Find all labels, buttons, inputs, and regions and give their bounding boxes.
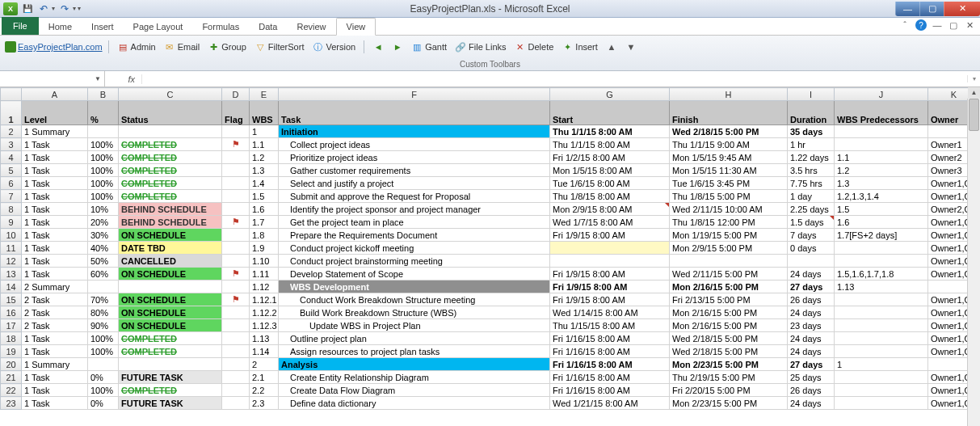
- help-icon[interactable]: ?: [915, 19, 927, 31]
- cell[interactable]: 1.7: [250, 216, 279, 229]
- cell[interactable]: 1.8: [250, 229, 279, 242]
- cell[interactable]: Define data dictionary: [279, 397, 550, 410]
- cell[interactable]: 10%: [88, 203, 119, 216]
- cell[interactable]: 20%: [88, 216, 119, 229]
- flag-cell[interactable]: [222, 280, 250, 293]
- cell[interactable]: 26 days: [788, 384, 835, 397]
- cell[interactable]: [835, 319, 928, 332]
- cell[interactable]: 1 hr: [788, 138, 835, 151]
- cell[interactable]: Fri 1/16/15 8:00 AM: [550, 358, 670, 371]
- cell[interactable]: Select and justify a project: [279, 177, 550, 190]
- cell[interactable]: CANCELLED: [119, 255, 222, 268]
- cell[interactable]: Conduct project brainstorming meeting: [279, 255, 550, 268]
- cell[interactable]: [550, 255, 670, 268]
- email-button[interactable]: ✉Email: [162, 40, 203, 53]
- cell[interactable]: [835, 371, 928, 384]
- cell[interactable]: 7.75 hrs: [788, 177, 835, 190]
- cell[interactable]: 1.6: [250, 203, 279, 216]
- cell[interactable]: 2.1: [250, 371, 279, 384]
- cell[interactable]: 1 Task: [22, 255, 88, 268]
- cell[interactable]: Mon 2/23/15 5:00 PM: [670, 397, 788, 410]
- col-header-D[interactable]: D: [222, 88, 250, 101]
- cell[interactable]: Wed 2/18/15 5:00 PM: [670, 345, 788, 358]
- row-header[interactable]: 11: [1, 242, 22, 255]
- minimize-ribbon-icon[interactable]: ˆ: [899, 19, 911, 31]
- cell[interactable]: Update WBS in Project Plan: [279, 319, 550, 332]
- cell[interactable]: Mon 2/9/15 8:00 AM: [550, 203, 670, 216]
- col-header-J[interactable]: J: [835, 88, 928, 101]
- cell[interactable]: 30%: [88, 229, 119, 242]
- field-header[interactable]: WBS: [250, 101, 279, 125]
- cell[interactable]: 1 Task: [22, 151, 88, 164]
- col-header-C[interactable]: C: [119, 88, 222, 101]
- cell[interactable]: 24 days: [788, 332, 835, 345]
- scroll-up-icon[interactable]: ▲: [968, 87, 980, 99]
- file-tab[interactable]: File: [2, 17, 39, 35]
- admin-button[interactable]: ▤Admin: [115, 40, 158, 53]
- rowup-button[interactable]: ▲: [604, 40, 620, 53]
- cell[interactable]: [835, 242, 928, 255]
- field-header[interactable]: Task: [279, 101, 550, 125]
- cell[interactable]: 24 days: [788, 268, 835, 280]
- cell[interactable]: COMPLETED: [119, 384, 222, 397]
- field-header[interactable]: Status: [119, 101, 222, 125]
- col-header-A[interactable]: A: [22, 88, 88, 101]
- cell[interactable]: Fri 1/16/15 8:00 AM: [550, 384, 670, 397]
- col-header-G[interactable]: G: [550, 88, 670, 101]
- cell[interactable]: 1.5: [835, 203, 928, 216]
- formula-input[interactable]: [142, 74, 967, 84]
- flag-cell[interactable]: [222, 177, 250, 190]
- row-header[interactable]: 2: [1, 125, 22, 138]
- cell[interactable]: Develop Statement of Scope: [279, 268, 550, 280]
- cell[interactable]: [88, 125, 119, 138]
- filtersort-button[interactable]: ▽FilterSort: [252, 40, 307, 53]
- cell[interactable]: 100%: [88, 190, 119, 203]
- delete-button[interactable]: ✕Delete: [512, 40, 557, 53]
- field-header[interactable]: Start: [550, 101, 670, 125]
- cell[interactable]: 0 days: [788, 242, 835, 255]
- cell[interactable]: 1.14: [250, 345, 279, 358]
- cell[interactable]: 1 Task: [22, 345, 88, 358]
- cell[interactable]: 0%: [88, 371, 119, 384]
- cell[interactable]: 2.2: [250, 384, 279, 397]
- cell[interactable]: 100%: [88, 164, 119, 177]
- cell[interactable]: 1.2: [250, 151, 279, 164]
- cell[interactable]: 1 Summary: [22, 125, 88, 138]
- cell[interactable]: BEHIND SCHEDULE: [119, 216, 222, 229]
- field-header[interactable]: Finish: [670, 101, 788, 125]
- row-header[interactable]: 1: [1, 101, 22, 125]
- cell[interactable]: 1.12.2: [250, 306, 279, 319]
- cell[interactable]: Conduct project kickoff meeting: [279, 242, 550, 255]
- row-header[interactable]: 17: [1, 319, 22, 332]
- cell[interactable]: ON SCHEDULE: [119, 319, 222, 332]
- row-header[interactable]: 7: [1, 190, 22, 203]
- cell[interactable]: 7 days: [788, 229, 835, 242]
- cell[interactable]: 2.25 days: [788, 203, 835, 216]
- undo-icon[interactable]: ↶: [37, 2, 50, 15]
- cell[interactable]: COMPLETED: [119, 177, 222, 190]
- tab-review[interactable]: Review: [287, 19, 335, 35]
- cell[interactable]: [88, 358, 119, 371]
- cell[interactable]: Conduct Work Breakdown Structure meeting: [279, 293, 550, 306]
- cell[interactable]: 1.12.1: [250, 293, 279, 306]
- cell[interactable]: 1: [250, 125, 279, 138]
- flag-cell[interactable]: [222, 306, 250, 319]
- field-header[interactable]: WBS Predecessors: [835, 101, 928, 125]
- cell[interactable]: 27 days: [788, 280, 835, 293]
- excel-icon[interactable]: X: [3, 2, 18, 15]
- flag-cell[interactable]: ⚑: [222, 138, 250, 151]
- flag-cell[interactable]: [222, 397, 250, 410]
- row-header[interactable]: 5: [1, 164, 22, 177]
- cell[interactable]: 100%: [88, 345, 119, 358]
- cell[interactable]: Fri 1/9/15 8:00 AM: [550, 229, 670, 242]
- cell[interactable]: Fri 1/16/15 8:00 AM: [550, 371, 670, 384]
- row-header[interactable]: 19: [1, 345, 22, 358]
- cell[interactable]: 0%: [88, 397, 119, 410]
- insert-button[interactable]: ✦Insert: [559, 40, 600, 53]
- cell[interactable]: 1 Task: [22, 242, 88, 255]
- flag-cell[interactable]: [222, 164, 250, 177]
- cell[interactable]: COMPLETED: [119, 164, 222, 177]
- cell[interactable]: [119, 125, 222, 138]
- cell[interactable]: [88, 280, 119, 293]
- flag-cell[interactable]: [222, 203, 250, 216]
